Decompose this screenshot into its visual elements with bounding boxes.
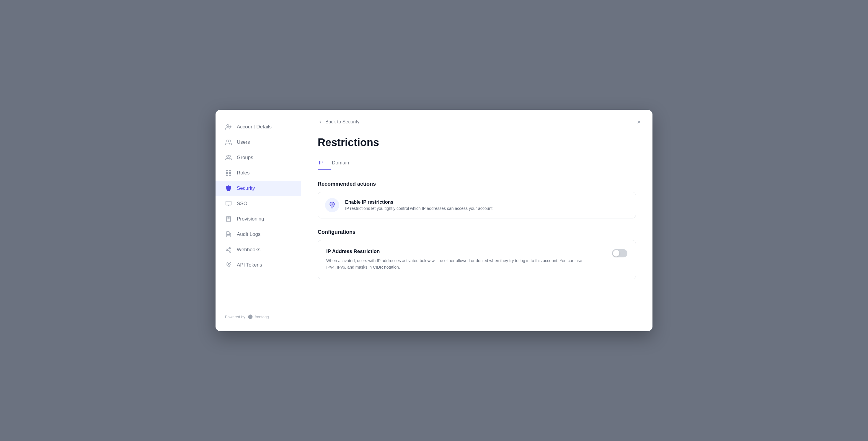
- sidebar-item-audit-logs[interactable]: Audit Logs: [216, 227, 301, 242]
- svg-point-3: [227, 140, 229, 142]
- frontegg-brand: frontegg: [255, 315, 269, 319]
- main-content: Back to Security Restrictions IP Domain …: [301, 110, 652, 331]
- sidebar-item-users-label: Users: [237, 139, 250, 145]
- webhooks-icon: [225, 246, 232, 253]
- svg-point-0: [227, 125, 229, 127]
- sidebar-item-sso[interactable]: SSO: [216, 196, 301, 211]
- bulb-icon-wrap: [325, 198, 339, 212]
- config-card-description: When activated, users with IP addresses …: [326, 257, 592, 271]
- svg-rect-12: [227, 216, 230, 222]
- sidebar-item-groups-label: Groups: [237, 155, 253, 161]
- svg-rect-9: [226, 201, 231, 205]
- groups-icon: [225, 154, 232, 161]
- recommended-card-title: Enable IP restrictions: [345, 199, 492, 205]
- ip-restriction-toggle[interactable]: [612, 249, 627, 257]
- config-text: IP Address Restriction When activated, u…: [326, 249, 592, 271]
- account-details-icon: [225, 123, 232, 130]
- sso-icon: [225, 200, 232, 207]
- roles-icon: [225, 169, 232, 177]
- recommended-card: Enable IP restrictions IP restrictions l…: [318, 192, 636, 218]
- sidebar-item-api-tokens-label: API Tokens: [237, 262, 262, 268]
- svg-rect-8: [229, 174, 231, 175]
- svg-point-4: [227, 155, 229, 157]
- recommended-section-title: Recommended actions: [318, 181, 636, 187]
- configurations-section-title: Configurations: [318, 229, 636, 235]
- svg-point-27: [332, 204, 333, 204]
- sidebar: Account Details Users: [216, 110, 301, 331]
- svg-rect-5: [226, 170, 228, 172]
- sidebar-item-provisioning-label: Provisioning: [237, 216, 264, 222]
- sidebar-item-security[interactable]: Security: [216, 181, 301, 196]
- sidebar-item-users[interactable]: Users: [216, 135, 301, 150]
- sidebar-item-groups[interactable]: Groups: [216, 150, 301, 165]
- sidebar-item-provisioning[interactable]: Provisioning: [216, 211, 301, 227]
- svg-point-23: [226, 263, 229, 265]
- page-title: Restrictions: [318, 136, 636, 149]
- sidebar-footer: Powered by frontegg: [216, 309, 301, 324]
- provisioning-icon: [225, 216, 232, 223]
- modal: Account Details Users: [216, 110, 652, 331]
- svg-rect-6: [229, 170, 231, 172]
- sidebar-item-account-details[interactable]: Account Details: [216, 119, 301, 135]
- tab-domain[interactable]: Domain: [331, 157, 356, 170]
- audit-logs-icon: [225, 231, 232, 238]
- sidebar-item-audit-logs-label: Audit Logs: [237, 231, 260, 237]
- sidebar-item-sso-label: SSO: [237, 201, 247, 207]
- api-tokens-icon: [225, 261, 232, 269]
- sidebar-item-roles[interactable]: Roles: [216, 165, 301, 181]
- sidebar-nav: Account Details Users: [216, 119, 301, 309]
- recommended-card-description: IP restrictions let you tightly control …: [345, 206, 492, 211]
- close-icon: ×: [637, 118, 641, 126]
- sidebar-item-api-tokens[interactable]: API Tokens: [216, 257, 301, 273]
- tab-ip[interactable]: IP: [318, 157, 331, 170]
- svg-line-22: [228, 248, 229, 249]
- back-to-security-link[interactable]: Back to Security: [318, 119, 636, 125]
- tabs: IP Domain: [318, 157, 636, 170]
- powered-by-label: Powered by: [225, 315, 245, 319]
- config-card: IP Address Restriction When activated, u…: [318, 240, 636, 279]
- sidebar-item-webhooks-label: Webhooks: [237, 247, 260, 253]
- recommended-text: Enable IP restrictions IP restrictions l…: [345, 199, 492, 211]
- config-card-title: IP Address Restriction: [326, 249, 592, 254]
- sidebar-item-security-label: Security: [237, 185, 255, 191]
- sidebar-item-roles-label: Roles: [237, 170, 249, 176]
- chevron-left-icon: [318, 119, 323, 125]
- users-icon: [225, 139, 232, 146]
- close-button[interactable]: ×: [633, 117, 644, 128]
- svg-rect-7: [226, 174, 228, 175]
- config-row: IP Address Restriction When activated, u…: [326, 249, 627, 271]
- back-link-label: Back to Security: [326, 119, 360, 125]
- security-icon: [225, 185, 232, 192]
- bulb-icon: [328, 201, 336, 209]
- sidebar-item-account-details-label: Account Details: [237, 124, 272, 130]
- svg-line-21: [228, 250, 229, 251]
- frontegg-logo: frontegg: [248, 314, 269, 319]
- sidebar-item-webhooks[interactable]: Webhooks: [216, 242, 301, 257]
- modal-overlay: Account Details Users: [0, 0, 868, 441]
- svg-point-24: [248, 315, 252, 319]
